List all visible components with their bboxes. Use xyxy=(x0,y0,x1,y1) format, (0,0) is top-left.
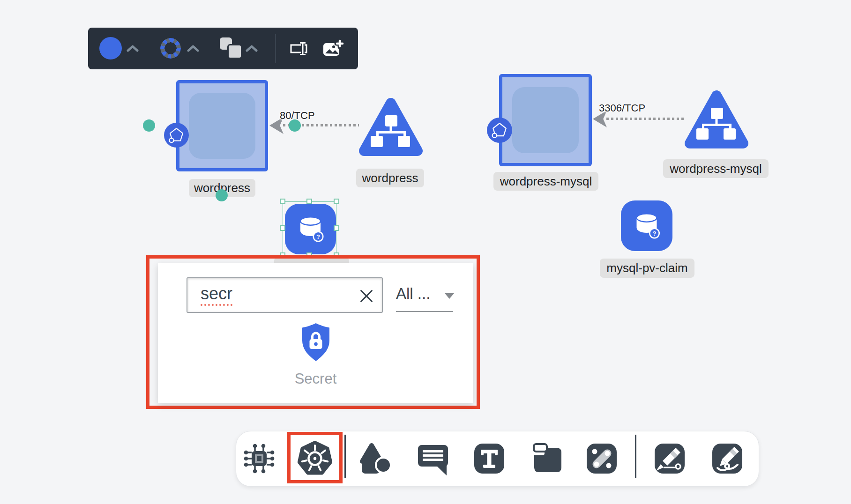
border-style-dropdown-button[interactable] xyxy=(187,44,199,52)
dock-divider xyxy=(344,435,346,478)
pentagon-icon xyxy=(164,123,189,148)
connector-tool-button[interactable] xyxy=(583,440,620,477)
selection-handle[interactable] xyxy=(306,199,312,204)
service-triangle-icon xyxy=(358,96,423,161)
chevron-up-icon xyxy=(246,44,258,52)
rename-icon xyxy=(288,42,309,56)
node-label-mysql-pv-claim[interactable]: mysql-pv-claim xyxy=(600,259,694,278)
connection-handle[interactable] xyxy=(216,189,228,201)
node-mysql-pv-claim[interactable]: ? xyxy=(621,200,672,251)
clear-search-button[interactable] xyxy=(358,287,375,305)
icon-search-popup: secr All ... xyxy=(146,255,480,409)
style-toolbar xyxy=(88,28,358,69)
replicaset-badge[interactable] xyxy=(487,118,512,143)
selection-handle[interactable] xyxy=(280,199,285,204)
edge-wordpress-mysql[interactable] xyxy=(606,118,685,120)
diagram-canvas[interactable]: 80/TCP wordpress wordpress 3306/TCP word… xyxy=(0,0,851,504)
edge-endpoint-handle[interactable] xyxy=(289,119,301,132)
border-style-ring-button[interactable] xyxy=(160,38,181,59)
connection-handle[interactable] xyxy=(143,119,155,132)
group-icon xyxy=(530,441,565,476)
infrastructure-tool-button[interactable] xyxy=(240,440,278,477)
icon-search-input[interactable]: secr xyxy=(187,277,383,313)
selection-handle[interactable] xyxy=(334,199,339,204)
selection-handle[interactable] xyxy=(334,225,339,231)
pentagon-icon xyxy=(487,118,512,143)
tool-dock xyxy=(236,431,759,487)
node-wordpress-deployment[interactable] xyxy=(176,80,268,171)
node-label-wordpress-mysql-deployment[interactable]: wordpress-mysql xyxy=(493,172,598,191)
type-filter-select[interactable]: All ... xyxy=(396,285,455,312)
group-tool-button[interactable] xyxy=(529,440,567,477)
chevron-up-icon xyxy=(127,44,139,52)
selection-handle[interactable] xyxy=(280,225,285,231)
pen-connector-tool-button[interactable] xyxy=(651,440,688,477)
copy-style-button[interactable] xyxy=(220,37,241,58)
pod-wordpress[interactable] xyxy=(189,93,255,159)
connector-icon xyxy=(584,441,619,476)
pen-connector-icon xyxy=(652,441,687,476)
node-label-wordpress-mysql-service[interactable]: wordpress-mysql xyxy=(663,159,769,178)
dock-divider xyxy=(635,435,636,478)
edge-port-label[interactable]: 3306/TCP xyxy=(599,102,645,114)
text-icon xyxy=(472,441,507,476)
freehand-draw-icon xyxy=(710,441,745,476)
icon-search-panel: secr All ... xyxy=(158,263,473,403)
add-image-icon xyxy=(322,39,344,58)
fill-color-dropdown-button[interactable] xyxy=(127,44,139,52)
freehand-tool-button[interactable] xyxy=(709,440,746,477)
chevron-down-icon xyxy=(445,293,454,299)
add-image-button[interactable] xyxy=(322,39,344,58)
service-triangle-icon xyxy=(684,89,749,154)
comment-icon xyxy=(416,441,450,476)
copy-style-dropdown-button[interactable] xyxy=(246,44,258,52)
shapes-tool-button[interactable] xyxy=(357,440,394,477)
search-query-text: secr xyxy=(201,284,232,306)
text-tool-button[interactable] xyxy=(470,440,508,477)
persistent-volume-icon: ? xyxy=(621,200,672,251)
selection-outline xyxy=(283,201,336,255)
chevron-up-icon xyxy=(187,44,199,52)
infrastructure-icon xyxy=(242,441,276,476)
search-result-secret[interactable]: Secret xyxy=(158,322,473,387)
svg-text:?: ? xyxy=(653,230,657,237)
pod-wordpress-mysql[interactable] xyxy=(512,87,579,153)
close-icon xyxy=(359,289,374,304)
replicaset-badge[interactable] xyxy=(164,123,189,148)
node-label-wordpress-service[interactable]: wordpress xyxy=(356,169,424,187)
node-wordpress-service[interactable] xyxy=(358,96,423,161)
fill-color-swatch-button[interactable] xyxy=(99,37,122,59)
kubernetes-icon xyxy=(297,440,333,477)
shapes-icon xyxy=(358,442,393,475)
node-wordpress-mysql-service[interactable] xyxy=(684,89,749,154)
comment-tool-button[interactable] xyxy=(414,440,452,477)
node-wordpress-mysql-deployment[interactable] xyxy=(499,74,592,166)
rename-button[interactable] xyxy=(288,42,309,56)
type-filter-value: All ... xyxy=(396,285,430,302)
toolbar-divider xyxy=(275,34,276,63)
secret-shield-icon xyxy=(299,322,332,362)
kubernetes-tool-button[interactable] xyxy=(296,440,334,477)
search-result-label: Secret xyxy=(158,371,473,387)
